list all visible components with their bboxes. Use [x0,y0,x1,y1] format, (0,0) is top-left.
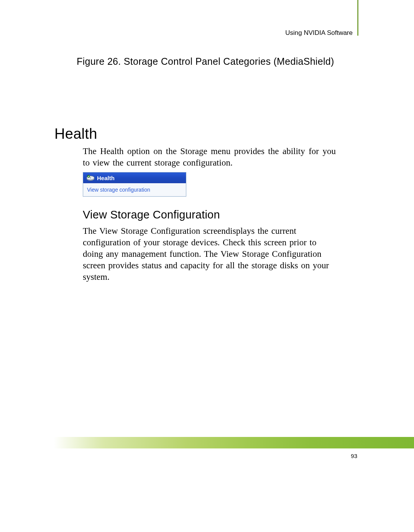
health-panel-body: View storage configuration [83,183,186,196]
figure-caption: Figure 26. Storage Control Panel Categor… [77,56,358,67]
view-storage-configuration-paragraph: The View Storage Configuration screendis… [83,225,336,282]
section-heading-health: Health [54,126,97,142]
health-panel-title: Health [97,175,115,181]
footer-gradient-band [0,437,414,448]
health-panel-header: Health [83,172,186,183]
health-panel: Health View storage configuration [83,172,186,197]
running-head: Using NVIDIA Software [285,29,353,37]
subsection-heading-view-storage-configuration: View Storage Configuration [83,209,220,221]
svg-point-2 [90,177,91,179]
health-intro-paragraph: The Health option on the Storage menu pr… [83,146,336,169]
header-vertical-rule [357,0,358,36]
page-number: 93 [351,453,357,459]
disk-health-icon [86,174,95,181]
view-storage-configuration-link[interactable]: View storage configuration [87,187,150,193]
